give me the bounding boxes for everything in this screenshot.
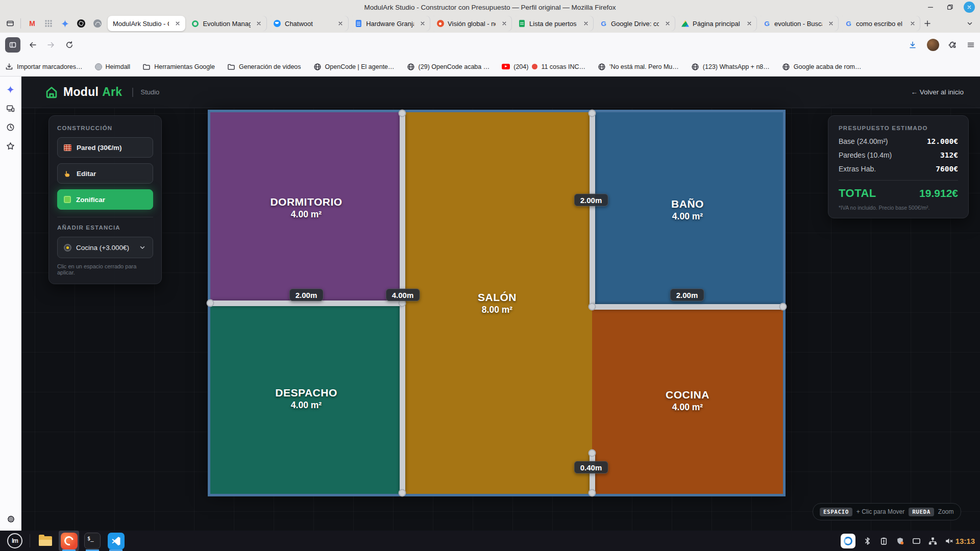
wall-segment[interactable] xyxy=(590,112,595,307)
room-select[interactable]: Cocina (+3.000€) xyxy=(57,237,153,258)
bookmark-item[interactable]: Herramientas Google xyxy=(142,63,215,71)
tab[interactable]: Página principal - xyxy=(676,16,757,31)
tab-close-button[interactable] xyxy=(581,18,591,29)
menu-button[interactable] xyxy=(963,37,979,53)
downloads-button[interactable] xyxy=(904,37,921,53)
tab-close-button[interactable] xyxy=(499,18,509,29)
profile-avatar-button[interactable] xyxy=(925,37,941,53)
taskbar-app-files[interactable] xyxy=(35,531,56,551)
tray-display[interactable] xyxy=(912,534,921,548)
wall-segment[interactable] xyxy=(592,304,783,310)
bookmark-item[interactable]: (123) WhatsApp + n8… xyxy=(691,63,770,71)
close-button[interactable] xyxy=(964,2,975,13)
sidebar-settings-button[interactable] xyxy=(3,511,18,527)
tray-bluetooth[interactable] xyxy=(863,534,872,548)
download-icon xyxy=(909,41,917,49)
wall-node[interactable] xyxy=(589,303,596,311)
tray-clipboard[interactable] xyxy=(879,534,888,548)
tab[interactable]: como escribo el s xyxy=(840,16,920,31)
tab-close-button[interactable] xyxy=(663,18,672,29)
back-button[interactable] xyxy=(24,37,41,53)
tab[interactable]: Visión global - ne xyxy=(431,16,512,31)
window-title: ModulArk Studio - Constructor con Presup… xyxy=(364,4,616,11)
wall-node[interactable] xyxy=(399,489,406,497)
new-tab-button[interactable] xyxy=(920,16,935,31)
bookmark-item[interactable]: 'No está mal. Pero Mu… xyxy=(598,63,679,71)
sidebar-toggle-button[interactable] xyxy=(5,37,20,53)
tab-close-button[interactable] xyxy=(744,18,754,29)
tab-close-button[interactable] xyxy=(418,18,427,29)
pinned-tab-gmail[interactable] xyxy=(24,16,40,31)
brand-suffix: Studio xyxy=(140,88,159,96)
taskbar-app-terminal[interactable]: $_ xyxy=(82,531,103,551)
tool-editar[interactable]: Editar xyxy=(57,163,153,184)
bookmark-item[interactable]: Generación de videos xyxy=(227,63,301,71)
wall-node[interactable] xyxy=(399,110,406,117)
tray-shield-tray[interactable] xyxy=(896,534,904,548)
construction-panel: CONSTRUCCIÓN Pared (30€/m)EditarZonifica… xyxy=(48,115,162,284)
tray-volume-muted[interactable] xyxy=(945,534,953,548)
tab[interactable]: Chatwoot xyxy=(268,16,349,31)
tab[interactable]: Google Drive: cor xyxy=(595,16,675,31)
pinned-tab-gemini[interactable] xyxy=(57,16,73,31)
tool-pared[interactable]: Pared (30€/m) xyxy=(57,137,153,158)
firefox-view-button[interactable] xyxy=(3,16,17,31)
wall-node[interactable] xyxy=(589,489,596,497)
wall-node[interactable] xyxy=(779,303,787,311)
bookmark-item[interactable]: Heimdall xyxy=(95,63,131,70)
list-all-tabs-button[interactable] xyxy=(963,16,977,31)
tab[interactable]: Evolution Manag xyxy=(186,16,267,31)
panel-hint: Clic en un espacio cerrado para aplicar. xyxy=(57,263,153,276)
budget-row-label: Base (24.00m²) xyxy=(839,137,888,145)
tab-close-button[interactable] xyxy=(254,18,264,29)
wall-node[interactable] xyxy=(207,299,214,307)
bookmark-item[interactable]: Importar marcadores… xyxy=(5,63,83,71)
room-dormitorio[interactable] xyxy=(210,112,402,303)
tab-close-button[interactable] xyxy=(335,18,346,29)
tab-active[interactable]: ModulArk Studio - C xyxy=(108,16,185,31)
forward-button[interactable] xyxy=(43,37,59,53)
tab-close-button[interactable] xyxy=(908,18,917,29)
sidebar-sparkle-button[interactable] xyxy=(3,82,18,97)
extensions-button[interactable] xyxy=(944,37,961,53)
tray-swirl[interactable] xyxy=(841,534,855,548)
bookmark-item[interactable]: (204)11 cosas INC… xyxy=(502,63,585,70)
pinned-tab-app-grid[interactable] xyxy=(40,16,57,31)
pinned-tab-assistant[interactable] xyxy=(89,16,106,31)
floor-plan[interactable]: DORMITORIO4.00 m²SALÓN8.00 m²BAÑO4.00 m²… xyxy=(208,110,786,496)
room-despacho[interactable] xyxy=(210,303,402,494)
room-cocina[interactable] xyxy=(592,307,783,494)
restore-button[interactable] xyxy=(944,2,955,13)
tab-close-button[interactable] xyxy=(826,18,836,29)
room-salon[interactable] xyxy=(402,112,592,494)
tray-network[interactable] xyxy=(928,534,937,548)
menu-launcher-button[interactable]: lm xyxy=(5,532,24,550)
tab[interactable]: evolution - Busca xyxy=(758,16,839,31)
back-to-home-link[interactable]: ← Volver al inicio xyxy=(911,88,964,96)
sidebar-bookmark-star-button[interactable] xyxy=(3,138,18,154)
mint-logo: lm xyxy=(7,533,22,548)
wall-node[interactable] xyxy=(589,110,596,117)
minimize-button[interactable] xyxy=(925,2,936,13)
taskbar-clock[interactable]: 13:13 xyxy=(955,537,975,545)
tab-favicon xyxy=(681,19,689,28)
room-bano[interactable] xyxy=(592,112,783,307)
bookmark-item[interactable]: OpenCode | El agente… xyxy=(313,63,395,71)
wall-node[interactable] xyxy=(589,449,596,457)
bookmark-item[interactable]: (29) OpenCode acaba … xyxy=(407,63,490,71)
sidebar-device-tabs-button[interactable] xyxy=(3,101,18,116)
budget-row: Extras Hab.7600€ xyxy=(839,165,958,173)
window-titlebar[interactable]: ModulArk Studio - Constructor con Presup… xyxy=(0,0,980,14)
tab-close-button[interactable] xyxy=(173,18,182,29)
bookmark-label: (29) OpenCode acaba … xyxy=(419,63,490,70)
tab[interactable]: Lista de puertos - xyxy=(513,16,594,31)
bookmark-item[interactable]: Google acaba de rom… xyxy=(782,63,862,71)
history-icon xyxy=(6,123,15,132)
pinned-tab-chatgpt[interactable] xyxy=(73,16,89,31)
sidebar-history-button[interactable] xyxy=(3,119,18,135)
taskbar-app-firefox[interactable] xyxy=(59,531,79,551)
reload-button[interactable] xyxy=(61,37,78,53)
tool-zonificar[interactable]: Zonificar xyxy=(57,189,153,210)
taskbar-app-vscode[interactable] xyxy=(106,531,126,551)
tab[interactable]: Hardware Granja xyxy=(350,16,430,31)
